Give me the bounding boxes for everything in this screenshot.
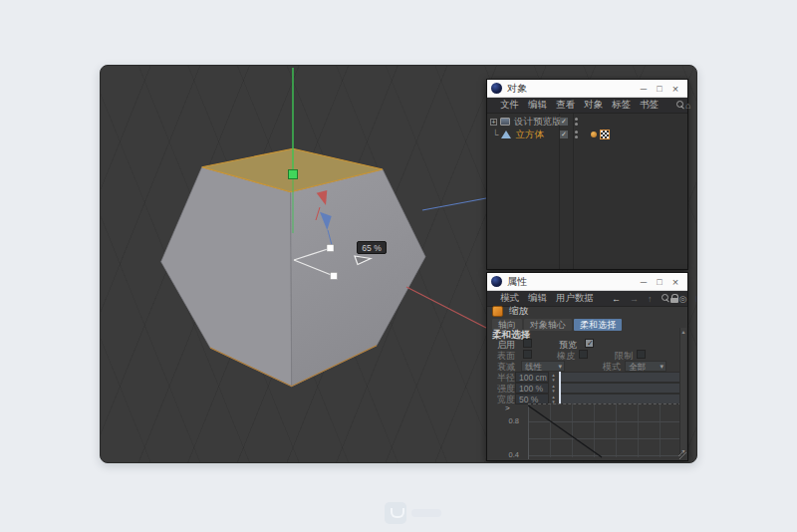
chevron-down-icon: ▾ <box>558 362 562 372</box>
tree-branch-icon: └ <box>492 130 498 139</box>
preview-checkbox[interactable] <box>585 339 594 348</box>
app-logo-icon <box>491 83 502 94</box>
falloff-curve-line <box>528 404 683 459</box>
attributes-title: 属性 <box>507 275 636 289</box>
vertical-scrollbar[interactable]: ▴ ▾ <box>679 328 686 454</box>
close-button[interactable]: × <box>667 274 683 290</box>
visibility-dots[interactable] <box>575 131 578 138</box>
x-axis-line <box>406 287 486 328</box>
scale-percentage-tooltip: 65 % <box>357 241 387 254</box>
step-down-icon[interactable]: ▾ <box>552 389 555 394</box>
watermark-logo-icon <box>385 502 406 524</box>
scale-tool-icon <box>492 306 503 317</box>
field-row: 半径 100 cm ▴ ▾ <box>487 372 687 382</box>
strength-slider[interactable] <box>559 383 682 394</box>
chevron-down-icon: ▾ <box>660 362 664 372</box>
forward-icon[interactable]: → <box>630 294 639 304</box>
add-panel-icon[interactable]: ⊞ <box>695 294 697 304</box>
selection-tag-icon[interactable] <box>600 130 610 139</box>
tab-soft-selection[interactable]: 柔和选择 <box>574 319 622 331</box>
menu-edit[interactable]: 编辑 <box>528 292 547 305</box>
object-label-selected[interactable]: 立方体 <box>515 129 544 141</box>
attributes-window: 属性 ─ □ × 模式 编辑 用户数据 ← → ↑ ◎ ⊞ <box>486 272 688 461</box>
object-manager-titlebar[interactable]: 对象 ─ □ × <box>487 80 687 98</box>
field-row: 宽度 50 % ▴ ▾ <box>487 394 687 403</box>
rubber-checkbox[interactable] <box>579 350 588 359</box>
field-row: 启用 预览 <box>487 339 687 349</box>
monitor-object-icon <box>500 118 510 126</box>
active-tool-row: 缩放 <box>487 305 687 318</box>
minimize-button[interactable]: ─ <box>636 274 652 290</box>
object-tree: + 设计预览版 ✓ └ 立方体 ✓ <box>487 114 687 269</box>
menu-view[interactable]: 查看 <box>556 99 575 112</box>
active-tool-name: 缩放 <box>509 305 528 318</box>
cube-left-face[interactable] <box>161 167 292 387</box>
falloff-value: 线性 <box>525 362 542 372</box>
back-icon[interactable]: ← <box>612 294 621 304</box>
z-axis-line <box>422 198 486 210</box>
enable-checkbox[interactable] <box>523 339 532 348</box>
polygon-object-icon <box>501 131 511 138</box>
app-window: 65 % 对象 ─ □ × 文件 编辑 查看 对象 标签 书签 ⌂ ▽ <box>100 65 697 463</box>
enable-toggle-icon[interactable]: ✓ <box>560 118 568 126</box>
graph-y-tick: 0.4 <box>503 450 519 459</box>
enable-toggle-icon[interactable]: ✓ <box>560 131 568 138</box>
maximize-button[interactable]: □ <box>652 81 667 97</box>
falloff-curve-graph[interactable] <box>528 403 681 457</box>
home-icon[interactable]: ⌂ <box>685 101 690 111</box>
target-icon[interactable]: ◎ <box>679 294 687 304</box>
surface-checkbox[interactable] <box>523 350 532 359</box>
falloff-dropdown[interactable]: 线性 ▾ <box>521 361 565 372</box>
gizmo-handle-lower[interactable] <box>331 273 338 280</box>
material-tag-icon[interactable] <box>591 132 597 137</box>
radius-value-field[interactable]: 100 cm <box>515 372 549 383</box>
field-row: 强度 100 % ▴ ▾ <box>487 383 687 393</box>
close-button[interactable]: × <box>667 81 683 97</box>
limit-checkbox[interactable] <box>637 350 646 359</box>
radius-slider[interactable] <box>559 372 682 383</box>
attributes-titlebar[interactable]: 属性 ─ □ × <box>487 273 687 291</box>
maximize-button[interactable]: □ <box>652 274 667 290</box>
tree-row-cube[interactable]: └ 立方体 ✓ <box>487 129 687 140</box>
object-manager-title: 对象 <box>507 82 636 96</box>
menu-edit[interactable]: 编辑 <box>528 99 547 112</box>
object-label[interactable]: 设计预览版 <box>514 116 562 129</box>
field-row: 衰减 线性 ▾ 模式 全部 ▾ <box>487 361 687 371</box>
tree-row-preview-object[interactable]: + 设计预览版 ✓ <box>487 116 687 128</box>
scroll-up-icon[interactable]: ▴ <box>681 328 684 335</box>
strength-stepper[interactable]: ▴ ▾ <box>550 383 557 394</box>
object-manager-window: 对象 ─ □ × 文件 编辑 查看 对象 标签 书签 ⌂ ▽ ⊞ <box>486 79 688 270</box>
graph-y-tick: 0.8 <box>503 416 519 425</box>
menu-mode[interactable]: 模式 <box>500 292 519 305</box>
desktop-background: 65 % 对象 ─ □ × 文件 编辑 查看 对象 标签 书签 ⌂ ▽ <box>0 0 797 532</box>
menu-user-data[interactable]: 用户数据 <box>556 292 594 305</box>
radius-stepper[interactable]: ▴ ▾ <box>550 372 557 383</box>
visibility-dots[interactable] <box>575 118 578 126</box>
field-row: 表面 橡皮 限制 <box>487 350 687 360</box>
minimize-button[interactable]: ─ <box>636 81 652 97</box>
menu-file[interactable]: 文件 <box>500 99 519 112</box>
expander-plus-icon[interactable]: + <box>490 119 497 126</box>
object-manager-menubar: 文件 编辑 查看 对象 标签 书签 ⌂ ▽ ⊞ <box>487 98 687 114</box>
y-axis-handle[interactable] <box>289 170 298 179</box>
gizmo-handle-upper[interactable] <box>327 245 334 252</box>
step-down-icon[interactable]: ▾ <box>552 378 555 383</box>
mode-value: 全部 <box>629 362 646 372</box>
menu-tags[interactable]: 标签 <box>612 99 631 112</box>
menu-bookmarks[interactable]: 书签 <box>640 99 659 112</box>
curve-expand-arrow[interactable]: > <box>505 403 510 412</box>
menu-objects[interactable]: 对象 <box>584 99 603 112</box>
watermark-text-blur <box>411 509 441 517</box>
tab-object-axis[interactable]: 对象轴心 <box>524 319 572 331</box>
app-logo-icon <box>491 276 502 287</box>
watermark <box>385 502 441 524</box>
strength-value-field[interactable]: 100 % <box>515 383 549 394</box>
up-icon[interactable]: ↑ <box>648 294 653 304</box>
mode-dropdown[interactable]: 全部 ▾ <box>625 361 666 372</box>
resize-grip[interactable] <box>678 451 686 459</box>
